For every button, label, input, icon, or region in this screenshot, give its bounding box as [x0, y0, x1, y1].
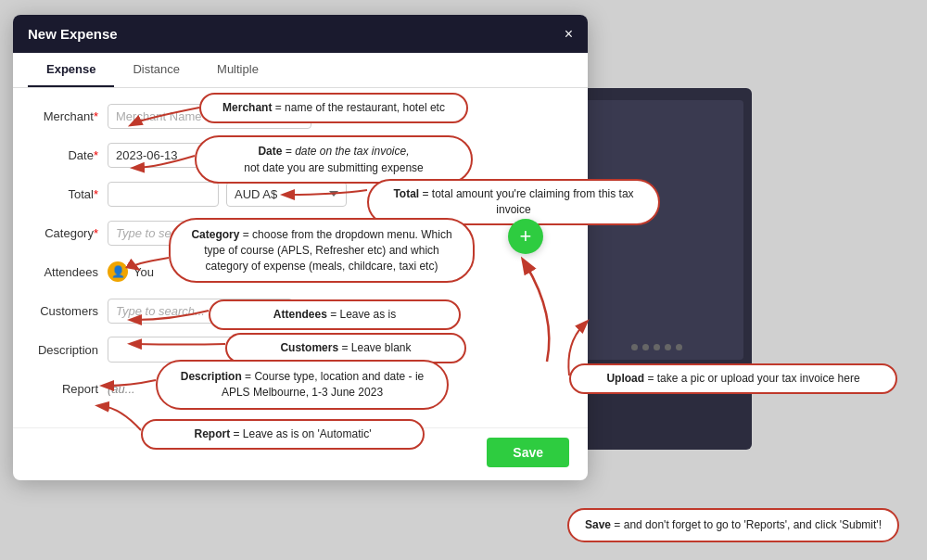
upload-area[interactable] — [569, 100, 743, 360]
tab-distance[interactable]: Distance — [114, 53, 198, 87]
date-label: Date* — [32, 148, 108, 162]
save-button[interactable]: Save — [487, 438, 569, 467]
modal-tabs: Expense Distance Multiple — [13, 53, 588, 88]
annotation-save: Save = and don't forget to go to 'Report… — [567, 508, 899, 542]
tab-expense[interactable]: Expense — [28, 53, 114, 87]
dot-5 — [676, 344, 682, 350]
upload-dots — [631, 344, 682, 350]
close-button[interactable]: × — [565, 27, 573, 42]
modal-header: New Expense × — [13, 15, 588, 53]
annotation-attendees: Attendees = Leave as is — [209, 299, 461, 330]
add-attachment-button[interactable]: + — [508, 219, 543, 254]
total-label: Total* — [32, 187, 108, 201]
dot-1 — [631, 344, 638, 350]
page-wrapper: New Expense × Expense Distance Multiple … — [0, 0, 927, 560]
annotation-merchant: Merchant = name of the restaurant, hotel… — [199, 93, 468, 123]
modal-title: New Expense — [28, 26, 118, 42]
annotation-customers: Customers = Leave blank — [225, 333, 466, 363]
total-input[interactable] — [108, 182, 219, 207]
annotation-upload: Upload = take a pic or upload your tax i… — [569, 363, 897, 394]
description-label: Description — [32, 343, 108, 357]
currency-select[interactable]: AUD A$ USD $ EUR € — [226, 182, 347, 207]
annotation-date: Date = date on the tax invoice, not date… — [195, 135, 473, 184]
attendees-name: You — [133, 265, 154, 279]
annotation-report: Report = Leave as is on 'Automatic' — [141, 419, 425, 450]
dot-2 — [642, 344, 649, 350]
attendees-wrapper: 👤 You — [108, 261, 154, 282]
category-label: Category* — [32, 226, 108, 240]
customers-label: Customers — [32, 304, 108, 318]
merchant-label: Merchant* — [32, 109, 108, 123]
report-label: Report — [32, 382, 108, 396]
annotation-description: Description = Course type, location and … — [156, 360, 449, 410]
tab-multiple[interactable]: Multiple — [198, 53, 277, 87]
dot-3 — [654, 344, 660, 350]
avatar: 👤 — [108, 261, 128, 282]
dot-4 — [665, 344, 671, 350]
total-inputs: AUD A$ USD $ EUR € — [108, 182, 347, 207]
attendees-label: Attendees — [32, 265, 108, 279]
annotation-category: Category = choose from the dropdown menu… — [169, 218, 475, 283]
